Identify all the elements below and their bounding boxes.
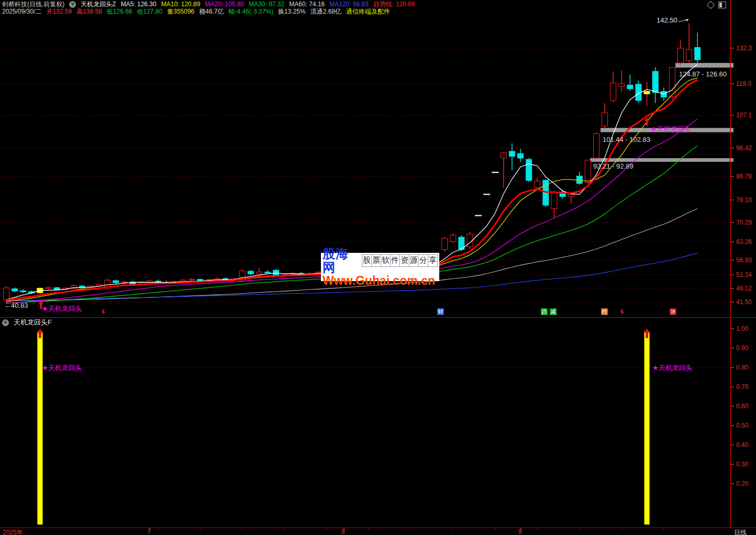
sub-axis-tick-label: 0.60: [736, 403, 749, 410]
ma-label-6: 趋势线: 120.89: [373, 1, 415, 8]
candle-body: [248, 271, 253, 274]
chevron-circle-icon[interactable]: ˅: [69, 1, 76, 8]
watermark: 股海网 股票软件资源分享 Www.Guhai.com.cn: [321, 253, 439, 281]
candle-body: [602, 113, 608, 126]
axis-tick-label: 132.3: [736, 44, 752, 52]
gap-band-3: [590, 158, 730, 162]
diamond-icon[interactable]: [707, 1, 715, 9]
signal-bar: [644, 331, 650, 525]
stock-title: 剑桥科技(日线.前复权): [2, 1, 64, 8]
axis-tick-label: 70.29: [736, 219, 752, 226]
axis-tick-label: 56.93: [736, 257, 752, 264]
sub-axis-tick-label: 0.90: [736, 344, 749, 352]
candle-body: [585, 160, 591, 182]
ma-label-5: MA120: 56.83: [329, 1, 369, 8]
event-marker-jian[interactable]: 减: [550, 308, 557, 315]
gap-band-axis-tab: [730, 158, 733, 162]
quote-date: 2025/09/30/二: [2, 8, 41, 15]
ma-label-3: MA30: 97.32: [249, 1, 284, 8]
gap-band-axis-tab: [730, 63, 733, 68]
axis-month-8: 8: [341, 528, 345, 535]
candle-body: [12, 289, 18, 291]
event-marker-zhang[interactable]: 张: [670, 308, 676, 315]
sub-axis-tick-label: 0.30: [736, 461, 749, 468]
candle-body: [189, 280, 195, 281]
sub-indicator-name[interactable]: 天机龙回头F: [14, 319, 52, 326]
ma-label-1: MA10: 120.89: [161, 1, 201, 8]
period-selector-label[interactable]: 日线: [734, 528, 747, 535]
gap-band-label-3: 92.21 - 92.89: [593, 162, 633, 170]
quote-turnover: 换13.25%: [278, 8, 306, 15]
gap-band-label-1: 124.87 - 126.60: [679, 70, 727, 78]
candle-body: [686, 49, 692, 60]
candle-body: [442, 238, 448, 250]
chevron-circle-icon-sub[interactable]: ˅: [2, 319, 9, 326]
sub-axis-tick-label: 0.20: [736, 480, 749, 487]
ma-label-4: MA60: 74.16: [289, 1, 325, 8]
watermark-url: Www.Guhai.com.cn: [323, 274, 438, 287]
gap-band-label-2: 101.44 - 102.83: [603, 136, 650, 143]
panel-layout-icon[interactable]: [718, 2, 726, 8]
watermark-slogan: 股票软件资源分享: [362, 254, 438, 267]
candle-body: [113, 281, 119, 283]
sub-axis-tick-label: 0.50: [736, 422, 749, 429]
event-marker-dividend-1[interactable]: ŝ: [101, 308, 105, 315]
candle-body: [54, 288, 60, 290]
indicator-name[interactable]: 天机龙回头Z: [81, 1, 116, 8]
event-marker-dividend-2[interactable]: ŝ: [620, 308, 624, 315]
stock-app-window: 132.3119.0107.196.4286.7878.1070.2963.26…: [0, 0, 756, 535]
axis-tick-label: 63.26: [736, 238, 752, 246]
candle-body: [551, 192, 557, 208]
candle-body: [695, 48, 701, 60]
candle-body: [576, 176, 582, 183]
signal-label-main-left: ★天机龙回头: [42, 304, 82, 314]
candle-body: [535, 181, 540, 188]
candle-body: [644, 92, 650, 94]
quote-low: 低126.66: [107, 8, 132, 15]
candle-body: [121, 282, 127, 283]
candle-body: [501, 153, 506, 158]
candle-body: [610, 83, 616, 101]
axis-tick-label: 96.42: [736, 144, 752, 152]
quote-volume: 量355096: [167, 8, 194, 15]
watermark-brand: 股海网: [323, 247, 360, 274]
candle-body: [526, 159, 532, 181]
candle-body: [46, 287, 51, 288]
quote-sector[interactable]: 通信终端及配件: [346, 8, 390, 15]
sub-axis-tick-label: 0.80: [736, 364, 749, 371]
signal-label-sub-left: ★天机龙回头: [42, 363, 82, 373]
candle-body: [257, 272, 262, 274]
event-marker-news-cai[interactable]: 财: [437, 308, 444, 315]
axis-tick-label: 51.24: [736, 271, 752, 278]
candle-body: [265, 272, 271, 273]
signal-label-main-right: ★天机龙回头: [651, 125, 691, 134]
sub-axis-tick-label: 0.40: [736, 441, 749, 449]
event-marker-die[interactable]: 跌: [541, 308, 548, 315]
sub-axis-tick-label: 1.00: [736, 325, 749, 332]
axis-month-7: 7: [147, 528, 151, 535]
high-price-annotation: 142.50: [657, 16, 677, 24]
window-controls: [708, 2, 726, 8]
candle-body: [652, 71, 658, 93]
candle-body: [450, 235, 456, 241]
axis-tick-label: 107.1: [736, 112, 752, 119]
candle-body: [518, 153, 524, 158]
signal-bar: [37, 331, 42, 525]
candle-body: [138, 283, 144, 284]
candle-body: [678, 48, 684, 63]
quote-change: 幅-4.46(-3.37%): [229, 8, 273, 15]
header-row-2: 2025/09/30/二 开132.59 高138.58 低126.66 收12…: [2, 8, 390, 15]
candle-body: [20, 291, 26, 292]
quote-high: 高138.58: [76, 8, 102, 15]
high-pointer-head: [685, 19, 689, 21]
quote-close: 收127.80: [137, 8, 163, 15]
candle-body: [594, 133, 599, 158]
low-price-annotation: ←40.83: [4, 302, 28, 309]
quote-open: 开132.59: [46, 8, 72, 15]
sub-panel-header: ˅ 天机龙回头F: [2, 319, 52, 326]
event-marker-bang[interactable]: 榜: [601, 308, 608, 315]
quote-amount: 额46.7亿: [199, 8, 224, 15]
quote-float: 流通2.68亿: [310, 8, 341, 15]
sub-axis-tick-label: 0.70: [736, 383, 749, 391]
header-row-1: 剑桥科技(日线.前复权) ˅ 天机龙回头Z MA5: 126.30 MA10: …: [2, 1, 415, 8]
